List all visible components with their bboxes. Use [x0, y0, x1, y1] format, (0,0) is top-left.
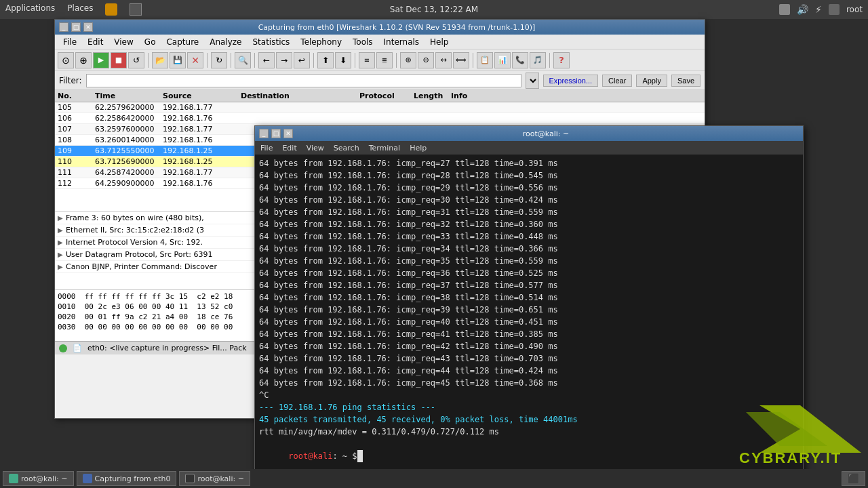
- apps-menu[interactable]: Applications: [5, 3, 55, 16]
- packet-row-0[interactable]: 105 62.2579620000 192.168.1.77: [55, 102, 705, 113]
- toolbar-voip-calls[interactable]: 📞: [512, 52, 528, 68]
- taskbar-item-root2[interactable]: root@kali: ~: [179, 471, 250, 486]
- maximize-button[interactable]: □: [71, 22, 81, 32]
- capture-file-icon: 📄: [73, 344, 82, 352]
- apply-button[interactable]: Apply: [636, 75, 667, 87]
- taskbar-item-terminal-icon[interactable]: ⬛: [842, 471, 865, 486]
- toolbar-resize-columns[interactable]: ⟺: [453, 52, 469, 68]
- pkt-src-6: 192.168.1.77: [160, 168, 238, 177]
- toolbar-capture-options[interactable]: ⊕: [75, 52, 92, 68]
- toolbar-voip-stream[interactable]: 🎵: [530, 52, 546, 68]
- terminal-line-8: 64 bytes from 192.168.1.76: icmp_req=35 …: [259, 255, 799, 267]
- expand-icon-udp: ▶: [58, 251, 66, 258]
- toolbar-capture-interfaces[interactable]: ⊙: [58, 52, 74, 68]
- menu-view[interactable]: View: [108, 36, 138, 48]
- filter-input[interactable]: [86, 74, 521, 87]
- taskbar-icon-wireshark: [83, 474, 92, 483]
- toolbar-close[interactable]: ✕: [187, 52, 203, 68]
- taskbar-label-wireshark: Capturing from eth0: [95, 474, 171, 483]
- terminal-minimize-button[interactable]: _: [259, 129, 269, 138]
- expand-icon-frame: ▶: [58, 214, 66, 222]
- terminal-line-1: 64 bytes from 192.168.1.76: icmp_req=28 …: [259, 169, 799, 182]
- terminal-menu-file[interactable]: File: [258, 144, 275, 152]
- menu-go[interactable]: Go: [139, 36, 161, 48]
- toolbar-zoom-out[interactable]: ⊖: [418, 52, 434, 68]
- terminal-maximize-button[interactable]: □: [271, 129, 281, 138]
- terminal-close-button[interactable]: ✕: [283, 129, 293, 138]
- minimize-button[interactable]: _: [59, 22, 68, 32]
- terminal-line-0: 64 bytes from 192.168.1.76: icmp_req=27 …: [259, 157, 799, 169]
- toolbar-scroll-first[interactable]: ⬆: [317, 52, 334, 68]
- toolbar-open[interactable]: 📂: [152, 52, 168, 68]
- places-menu[interactable]: Places: [67, 3, 93, 16]
- menu-internals[interactable]: Internals: [378, 36, 425, 48]
- terminal-line-12: 64 bytes from 192.168.1.76: icmp_req=39 …: [259, 304, 799, 316]
- toolbar-colorize[interactable]: ≡: [359, 52, 375, 68]
- display-icon: [829, 4, 840, 15]
- close-button[interactable]: ✕: [83, 22, 93, 32]
- net-icon: [779, 4, 790, 15]
- taskbar: root@kali: ~ Capturing from eth0 root@ka…: [0, 469, 868, 488]
- expand-icon-ethernet: ▶: [58, 226, 66, 234]
- toolbar-stop-capture[interactable]: ■: [111, 52, 127, 68]
- bluetooth-icon: ⚡: [815, 4, 822, 15]
- terminal-line-16: 64 bytes from 192.168.1.76: icmp_req=43 …: [259, 352, 799, 365]
- toolbar-sep1: [148, 53, 149, 68]
- system-bar-left: Applications Places: [5, 3, 291, 16]
- terminal-cursor-char: $: [347, 451, 357, 461]
- clear-button[interactable]: Clear: [602, 75, 632, 87]
- packet-row-1[interactable]: 106 62.2586420000 192.168.1.76: [55, 113, 705, 124]
- menu-statistics[interactable]: Statistics: [247, 36, 295, 48]
- terminal-titlebar: _ □ ✕ root@kali: ~: [255, 126, 803, 141]
- col-header-source: Source: [160, 92, 238, 100]
- filter-dropdown[interactable]: ▼: [526, 73, 539, 89]
- terminal-menu-search[interactable]: Search: [331, 144, 362, 152]
- toolbar-auto-scroll[interactable]: ≣: [376, 52, 393, 68]
- terminal-prompt-suffix: : ~: [332, 451, 347, 461]
- toolbar-scroll-last[interactable]: ⬇: [335, 52, 351, 68]
- terminal-menu-edit[interactable]: Edit: [279, 144, 299, 152]
- cybrary-svg: CYBRARY.IT: [705, 392, 861, 466]
- menu-file[interactable]: File: [58, 36, 82, 48]
- detail-text-ip: Internet Protocol Version 4, Src: 192.: [66, 238, 203, 247]
- menu-help[interactable]: Help: [425, 36, 454, 48]
- toolbar-start-capture[interactable]: ▶: [93, 52, 109, 68]
- terminal-menu-view[interactable]: View: [304, 144, 327, 152]
- terminal-line-18: 64 bytes from 192.168.1.76: icmp_req=45 …: [259, 377, 799, 389]
- menu-analyze[interactable]: Analyze: [204, 36, 247, 48]
- terminal-menu-terminal[interactable]: Terminal: [366, 144, 403, 152]
- toolbar-find[interactable]: 🔍: [235, 52, 251, 68]
- pkt-time-2: 63.2597600000: [92, 125, 160, 134]
- toolbar-reload[interactable]: ↻: [211, 52, 227, 68]
- wireshark-toolbar: ⊙ ⊕ ▶ ■ ↺ 📂 💾 ✕ ↻ 🔍 ← → ↩ ⬆ ⬇ ≡ ≣ ⊕ ⊖ ↔ …: [55, 49, 705, 71]
- terminal-line-15: 64 bytes from 192.168.1.76: icmp_req=42 …: [259, 340, 799, 352]
- taskbar-icon-root2: [185, 474, 195, 483]
- menu-tools[interactable]: Tools: [347, 36, 378, 48]
- toolbar-zoom-in[interactable]: ⊕: [400, 52, 416, 68]
- save-button[interactable]: Save: [671, 75, 701, 87]
- pkt-src-0: 192.168.1.77: [160, 103, 238, 112]
- terminal-line-10: 64 bytes from 192.168.1.76: icmp_req=37 …: [259, 279, 799, 291]
- menu-edit[interactable]: Edit: [82, 36, 108, 48]
- toolbar-back[interactable]: ←: [258, 52, 275, 68]
- menu-capture[interactable]: Capture: [161, 36, 204, 48]
- toolbar-zoom-normal[interactable]: ↔: [435, 52, 452, 68]
- toolbar-help[interactable]: ?: [553, 52, 570, 68]
- toolbar-restart-capture[interactable]: ↺: [128, 52, 144, 68]
- toolbar-io-graph[interactable]: 📊: [494, 52, 511, 68]
- terminal-line-6: 64 bytes from 192.168.1.76: icmp_req=33 …: [259, 230, 799, 243]
- toolbar-packet-decode[interactable]: 📋: [477, 52, 493, 68]
- terminal-small-icon: ⬛: [848, 473, 859, 484]
- detail-text-canon: Canon BJNP, Printer Command: Discover: [66, 262, 217, 271]
- expression-button[interactable]: Expression...: [543, 75, 599, 87]
- toolbar-save[interactable]: 💾: [170, 52, 186, 68]
- menu-telephony[interactable]: Telephony: [295, 36, 347, 48]
- terminal-cursor[interactable]: [357, 450, 363, 462]
- taskbar-item-root1[interactable]: root@kali: ~: [3, 471, 74, 486]
- taskbar-item-wireshark[interactable]: Capturing from eth0: [77, 471, 177, 486]
- pkt-time-6: 64.2587420000: [92, 168, 160, 177]
- terminal-menu-help[interactable]: Help: [407, 144, 429, 152]
- toolbar-forward[interactable]: →: [276, 52, 292, 68]
- toolbar-go-to[interactable]: ↩: [294, 52, 310, 68]
- pkt-src-3: 192.168.1.76: [160, 136, 238, 144]
